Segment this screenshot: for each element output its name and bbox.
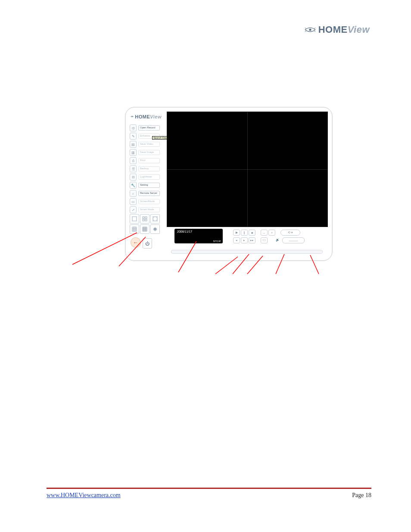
status-panel: 2008/11/17 STOP	[174, 229, 223, 243]
sidebar: HOMEView ◎Open Record✎Enhance▤Save Video…	[130, 112, 162, 256]
svg-rect-12	[154, 228, 156, 230]
playback-controls: ▶ ‖ ■ – + ⟲ ▾ ◂ ▸ ▸▸ ☐ 🔊 ———	[233, 229, 324, 246]
sidebar-label: ScreenMode	[138, 199, 160, 204]
sidebar-icon: 🔧	[130, 182, 137, 189]
stop-button[interactable]: ■	[249, 230, 255, 236]
svg-rect-2	[132, 217, 137, 221]
sidebar-label: LogViewer	[138, 174, 160, 179]
layout-3x3-button[interactable]	[130, 224, 139, 234]
volume-icon[interactable]: 🔊	[274, 237, 280, 243]
sidebar-item-save-image: ▥Save Image	[130, 149, 162, 156]
sidebar-label: Backup	[138, 166, 160, 171]
svg-point-9	[156, 217, 156, 218]
eye-icon	[131, 115, 134, 118]
svg-rect-7	[153, 217, 157, 221]
sidebar-item-logviewer: ⊟LogViewer	[130, 174, 162, 180]
sidebar-label: Print	[138, 158, 160, 163]
sidebar-item-backup: ☰Backup	[130, 165, 162, 172]
volume-slider[interactable]: ———	[282, 237, 305, 243]
power-icon: ⏻	[145, 241, 149, 246]
sidebar-label: Save Video	[138, 142, 160, 146]
sidebar-item-open-record[interactable]: ◎Open Record	[130, 124, 162, 131]
svg-rect-3	[143, 217, 144, 218]
svg-point-1	[132, 116, 133, 117]
back-button[interactable]: ←	[131, 237, 141, 248]
timeline-bar[interactable]	[171, 250, 323, 254]
status-date: 2008/11/17	[177, 230, 192, 233]
sidebar-icon: ◎	[130, 124, 137, 131]
layout-fullscreen-button[interactable]	[150, 214, 160, 224]
sidebar-icon: ⌂	[130, 190, 137, 197]
plus-button[interactable]: +	[268, 230, 275, 236]
status-state: STOP	[213, 240, 221, 243]
svg-point-8	[153, 217, 154, 218]
sidebar-icon: ⤢	[130, 206, 137, 213]
sidebar-label: Smart Mode	[138, 207, 160, 212]
sidebar-item-print: ⎙Print	[130, 157, 162, 164]
sidebar-icon: ▥	[130, 149, 137, 156]
brand-text: HOMEView	[318, 24, 370, 35]
pause-button[interactable]: ‖	[241, 230, 248, 236]
app-window: HOMEView ◎Open Record✎Enhance▤Save Video…	[125, 107, 333, 261]
sidebar-label: Open Record	[138, 125, 160, 130]
layout-4x4-button[interactable]	[140, 224, 149, 234]
page-number: Page 18	[352, 492, 371, 499]
sidebar-icon: ▤	[130, 141, 137, 148]
sidebar-label: Save Image	[138, 150, 160, 155]
svg-point-10	[153, 220, 154, 220]
sidebar-label: Remote Server	[138, 191, 160, 196]
sidebar-icon: ▭	[130, 198, 137, 205]
layout-1x1-button[interactable]	[130, 214, 139, 224]
sidebar-icon: ⎙	[130, 157, 137, 164]
grid-divider-horizontal	[167, 169, 327, 170]
minus-button[interactable]: –	[261, 230, 268, 236]
sidebar-label: Setting	[138, 183, 160, 187]
brand-logo: HOMEView	[305, 24, 370, 35]
layout-2x2-button[interactable]	[140, 214, 149, 224]
ffwd-button[interactable]: ▸▸	[249, 237, 255, 243]
prev-button[interactable]: ◂	[233, 237, 240, 243]
annotation-lines	[0, 0, 411, 532]
sidebar-item-setting[interactable]: 🔧Setting	[130, 182, 162, 189]
sidebar-item-save-video: ▤Save Video	[130, 141, 162, 148]
loop-dropdown[interactable]: ⟲ ▾	[280, 230, 300, 236]
sidebar-item-remote-server[interactable]: ⌂Remote Server	[130, 190, 162, 197]
next-button[interactable]: ▸	[241, 237, 248, 243]
footer-link[interactable]: www.HOMEViewcamera.com	[47, 492, 121, 499]
layout-custom-button[interactable]	[150, 224, 160, 234]
app-logo: HOMEView	[131, 112, 162, 120]
sidebar-icon: ✎	[130, 133, 137, 140]
svg-point-0	[309, 28, 311, 31]
video-grid[interactable]	[167, 112, 328, 227]
eye-icon	[305, 26, 316, 34]
svg-rect-5	[143, 219, 144, 221]
back-arrow-icon: ←	[133, 240, 138, 246]
svg-rect-6	[145, 219, 147, 221]
play-button[interactable]: ▶	[233, 230, 240, 236]
svg-point-11	[156, 220, 156, 220]
sidebar-icon: ☰	[130, 165, 137, 172]
sidebar-icon: ⊟	[130, 174, 137, 180]
footer-rule	[47, 488, 371, 489]
layout-buttons	[130, 214, 159, 233]
sidebar-item-smart-mode: ⤢Smart Mode	[130, 206, 162, 213]
svg-rect-4	[145, 217, 147, 218]
power-button[interactable]: ⏻	[143, 238, 152, 249]
sidebar-item-screenmode: ▭ScreenMode	[130, 198, 162, 205]
mark-button[interactable]: ☐	[261, 237, 268, 243]
